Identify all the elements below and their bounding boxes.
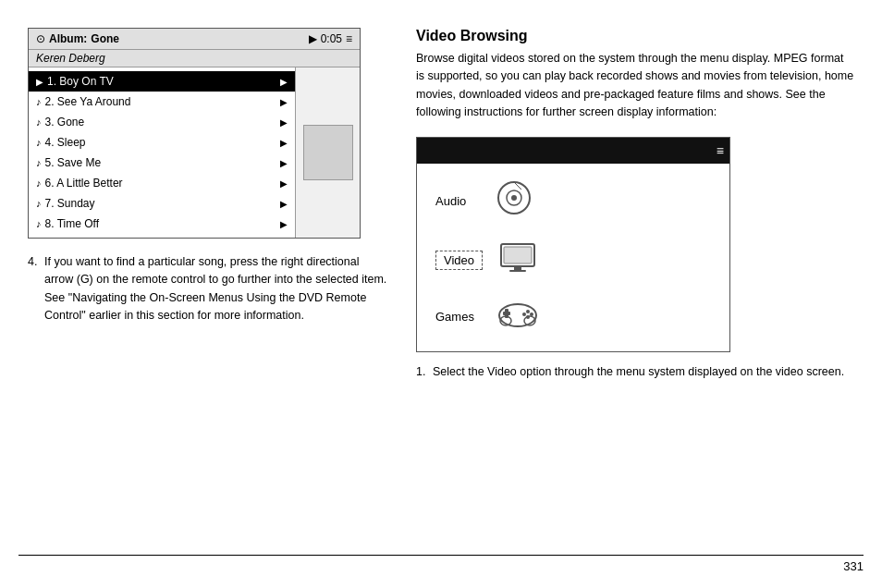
track-note-icon: ♪ — [36, 216, 42, 232]
track-item-left: ♪ 7. Sunday — [36, 195, 95, 212]
svg-rect-7 — [509, 270, 526, 272]
track-label: 2. See Ya Around — [45, 93, 131, 110]
gamepad-icon — [496, 299, 539, 335]
track-chevron-icon: ▶ — [280, 75, 288, 89]
track-item[interactable]: ♪ 6. A Little Better ▶ — [29, 173, 295, 193]
track-chevron-icon: ▶ — [280, 177, 288, 190]
dvd-menu-header-right: ▶ 0:05 ≡ — [309, 32, 352, 45]
instruction-4: If you want to find a particular song, p… — [28, 253, 388, 325]
section-header: Video Browsing Browse digital videos sto… — [416, 28, 854, 122]
svg-rect-5 — [504, 247, 532, 263]
section-body: Browse digital videos stored on the syst… — [416, 50, 854, 122]
album-name: Gone — [91, 32, 119, 45]
svg-point-14 — [522, 312, 526, 316]
album-art-placeholder — [295, 67, 360, 238]
album-art-image — [303, 125, 353, 180]
track-note-icon: ♪ — [36, 196, 42, 212]
select-instruction: Select the Video option through the menu… — [416, 363, 854, 381]
track-item[interactable]: ♪ 3. Gone ▶ — [29, 112, 295, 132]
track-label: 5. Save Me — [45, 154, 102, 171]
track-chevron-icon: ▶ — [280, 136, 288, 150]
video-menu-header-icon: ≡ — [717, 143, 724, 158]
track-chevron-icon: ▶ — [280, 197, 288, 211]
page-number: 331 — [843, 559, 864, 573]
track-item[interactable]: ♪ 2. See Ya Around ▶ — [29, 92, 295, 112]
menu-icon: ≡ — [346, 32, 352, 45]
games-label: Games — [435, 310, 482, 324]
track-chevron-icon: ▶ — [280, 116, 288, 129]
track-item[interactable]: ♪ 8. Time Off ▶ — [29, 214, 295, 234]
cd-icon — [496, 180, 532, 222]
track-item-left: ▶ 1. Boy On TV — [36, 73, 114, 90]
track-note-icon: ♪ — [36, 115, 42, 130]
track-play-icon: ▶ — [36, 75, 43, 89]
track-item[interactable]: ▶ 1. Boy On TV ▶ — [29, 71, 295, 92]
track-list: ▶ 1. Boy On TV ▶ ♪ 2. See Ya Around ▶ — [29, 67, 360, 238]
video-label: Video — [435, 251, 483, 270]
play-icon: ▶ — [309, 32, 317, 45]
album-label: Album: — [49, 32, 87, 45]
track-label: 8. Time Off — [45, 215, 99, 232]
track-item[interactable]: ♪ 7. Sunday ▶ — [29, 193, 295, 214]
video-menu-screenshot: ≡ Audio Video — [416, 137, 730, 352]
dvd-menu-header: ⊙ Album: Gone ▶ 0:05 ≡ — [29, 29, 360, 50]
svg-rect-6 — [514, 266, 521, 270]
video-menu-item-video[interactable]: Video — [417, 231, 729, 289]
tv-icon — [497, 240, 538, 280]
loop-icon: ⊙ — [36, 32, 45, 45]
track-label: 7. Sunday — [45, 195, 95, 212]
track-list-items: ▶ 1. Boy On TV ▶ ♪ 2. See Ya Around ▶ — [29, 67, 295, 238]
time-display: 0:05 — [321, 32, 342, 45]
track-note-icon: ♪ — [36, 155, 42, 171]
right-column: Video Browsing Browse digital videos sto… — [416, 28, 854, 560]
artist-name: Keren Deberg — [29, 50, 360, 67]
bottom-bar: 331 — [18, 555, 864, 573]
left-column: ⊙ Album: Gone ▶ 0:05 ≡ Keren Deberg ▶ — [28, 28, 388, 560]
track-label: 4. Sleep — [45, 134, 86, 151]
track-item[interactable]: ♪ 4. Sleep ▶ — [29, 132, 295, 153]
track-item-left: ♪ 8. Time Off — [36, 215, 99, 232]
track-item-left: ♪ 6. A Little Better — [36, 175, 123, 191]
video-menu-item-games[interactable]: Games — [417, 289, 729, 344]
track-item[interactable]: ♪ 5. Save Me ▶ — [29, 153, 295, 173]
track-chevron-icon: ▶ — [280, 217, 288, 231]
track-note-icon: ♪ — [36, 94, 42, 110]
svg-point-2 — [511, 195, 517, 201]
svg-point-11 — [526, 310, 530, 313]
track-chevron-icon: ▶ — [280, 95, 288, 109]
video-menu-item-audio[interactable]: Audio — [417, 171, 729, 231]
video-menu-content: Audio Video — [417, 164, 729, 351]
track-label: 1. Boy On TV — [47, 73, 114, 90]
track-note-icon: ♪ — [36, 176, 42, 191]
track-item-left: ♪ 5. Save Me — [36, 154, 101, 171]
section-title: Video Browsing — [416, 28, 854, 44]
track-item-left: ♪ 3. Gone — [36, 114, 84, 130]
track-label: 6. A Little Better — [45, 175, 123, 191]
audio-label: Audio — [435, 194, 482, 208]
dvd-menu-header-left: ⊙ Album: Gone — [36, 32, 119, 45]
track-label: 3. Gone — [45, 114, 85, 130]
dvd-menu-screenshot: ⊙ Album: Gone ▶ 0:05 ≡ Keren Deberg ▶ — [28, 28, 361, 239]
track-item-left: ♪ 4. Sleep — [36, 134, 86, 151]
track-note-icon: ♪ — [36, 135, 42, 151]
track-chevron-icon: ▶ — [280, 156, 288, 170]
track-item-left: ♪ 2. See Ya Around — [36, 93, 130, 110]
video-menu-header: ≡ — [417, 138, 729, 164]
